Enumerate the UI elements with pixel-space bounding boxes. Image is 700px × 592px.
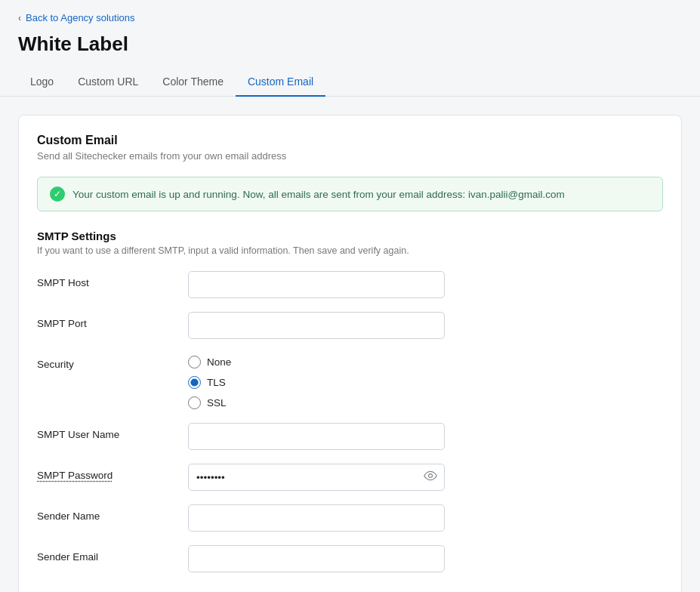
- security-tls-radio[interactable]: [188, 376, 201, 389]
- tab-color-theme[interactable]: Color Theme: [150, 68, 236, 97]
- content-area: Custom Email Send all Sitechecker emails…: [0, 97, 700, 592]
- smpt-port-input[interactable]: [188, 312, 445, 339]
- sender-email-label: Sender Email: [37, 545, 188, 563]
- sender-email-input[interactable]: [188, 545, 445, 572]
- sender-email-row: Sender Email: [37, 545, 663, 572]
- sender-name-label: Sender Name: [37, 504, 188, 522]
- tabs-bar: Logo Custom URL Color Theme Custom Email: [0, 68, 700, 97]
- smtp-section-title: SMTP Settings: [37, 230, 663, 242]
- smtp-section-desc: If you want to use a different SMTP, inp…: [37, 245, 663, 256]
- password-wrapper: [188, 464, 445, 491]
- smpt-port-label: SMPT Port: [37, 312, 188, 329]
- security-tls-option[interactable]: TLS: [188, 376, 231, 389]
- page-title: White Label: [0, 29, 700, 68]
- security-ssl-option[interactable]: SSL: [188, 396, 231, 409]
- sender-name-row: Sender Name: [37, 504, 663, 532]
- smpt-port-row: SMPT Port: [37, 312, 663, 339]
- back-nav[interactable]: ‹ Back to Agency solutions: [0, 0, 700, 29]
- security-ssl-label: SSL: [207, 397, 227, 409]
- page-wrapper: ‹ Back to Agency solutions White Label L…: [0, 0, 700, 592]
- smpt-user-name-input[interactable]: [188, 423, 445, 450]
- smpt-password-row: SMPT Password: [37, 464, 663, 491]
- security-none-label: None: [207, 356, 231, 368]
- smpt-host-row: SMPT Host: [37, 271, 663, 298]
- check-icon: ✓: [54, 189, 61, 199]
- security-none-option[interactable]: None: [188, 356, 231, 368]
- security-label: Security: [37, 353, 188, 370]
- security-ssl-radio[interactable]: [188, 396, 201, 409]
- smpt-password-input[interactable]: [188, 464, 445, 491]
- tab-logo[interactable]: Logo: [18, 68, 66, 97]
- smpt-host-input[interactable]: [188, 271, 445, 298]
- security-tls-label: TLS: [207, 377, 226, 388]
- sender-name-input[interactable]: [188, 504, 445, 532]
- section-card: Custom Email Send all Sitechecker emails…: [18, 115, 682, 592]
- security-row: Security None TLS SSL: [37, 353, 663, 409]
- smpt-user-name-row: SMPT User Name: [37, 423, 663, 450]
- security-radio-group: None TLS SSL: [188, 353, 231, 409]
- smpt-host-label: SMPT Host: [37, 271, 188, 288]
- back-nav-label: Back to Agency solutions: [26, 12, 135, 23]
- success-banner-text: Your custom email is up and running. Now…: [72, 189, 565, 200]
- smpt-password-label: SMPT Password: [37, 464, 188, 481]
- security-none-radio[interactable]: [188, 356, 201, 368]
- success-icon: ✓: [50, 187, 65, 202]
- eye-icon[interactable]: [424, 470, 437, 484]
- svg-point-0: [429, 474, 433, 478]
- tab-custom-email[interactable]: Custom Email: [236, 68, 325, 97]
- tab-custom-url[interactable]: Custom URL: [66, 68, 150, 97]
- section-subtitle: Send all Sitechecker emails from your ow…: [37, 150, 663, 162]
- back-chevron-icon: ‹: [18, 13, 21, 23]
- success-banner: ✓ Your custom email is up and running. N…: [37, 177, 663, 211]
- smpt-user-name-label: SMPT User Name: [37, 423, 188, 440]
- section-title: Custom Email: [37, 134, 663, 147]
